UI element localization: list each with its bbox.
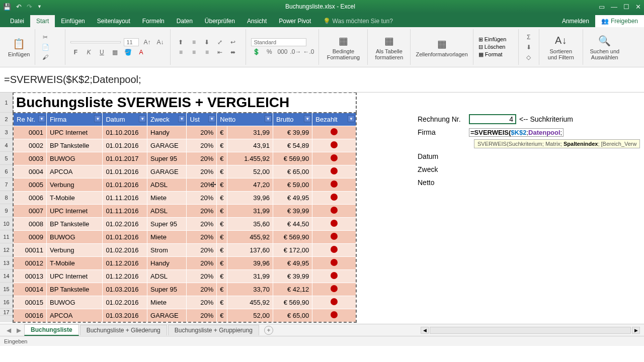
tab-formeln[interactable]: Formeln bbox=[136, 15, 171, 27]
fill-color-icon[interactable]: 🪣 bbox=[123, 48, 133, 57]
comma-icon[interactable]: 000 bbox=[277, 47, 287, 56]
column-header[interactable]: Brutto▼ bbox=[273, 113, 312, 126]
column-header[interactable]: Re Nr.▼ bbox=[14, 113, 47, 126]
align-top-icon[interactable]: ⬆ bbox=[176, 38, 186, 47]
clear-icon[interactable]: ◇ bbox=[524, 53, 534, 62]
column-header[interactable]: Ust▼ bbox=[187, 113, 217, 126]
italic-button[interactable]: K bbox=[84, 48, 94, 57]
filter-dropdown-icon[interactable]: ▼ bbox=[94, 115, 101, 122]
add-sheet-button[interactable]: + bbox=[264, 326, 273, 335]
number-format-select[interactable]: Standard bbox=[251, 38, 306, 46]
filter-dropdown-icon[interactable]: ▼ bbox=[208, 115, 215, 122]
increase-font-icon[interactable]: A↑ bbox=[142, 38, 152, 47]
filter-dropdown-icon[interactable]: ▼ bbox=[38, 115, 45, 122]
table-row[interactable]: 00013UPC Internet01.12.2016ADSL20%€31,99… bbox=[14, 270, 356, 283]
column-header[interactable]: Firma▼ bbox=[47, 113, 103, 126]
find-select-button[interactable]: 🔍Suchen und Auswählen bbox=[588, 34, 621, 60]
align-middle-icon[interactable]: ≡ bbox=[189, 38, 199, 47]
sheet-nav-next-icon[interactable]: ▶ bbox=[14, 327, 23, 334]
align-right-icon[interactable]: ≡ bbox=[202, 48, 212, 57]
insert-cells-button[interactable]: ⊞ Einfügen bbox=[478, 36, 507, 43]
sort-filter-button[interactable]: A↓Sortieren und Filtern bbox=[544, 34, 578, 60]
table-row[interactable]: 0001UPC Internet01.10.2016Handy20%€31,99… bbox=[14, 126, 356, 139]
format-as-table-button[interactable]: ▦Als Tabelle formatieren bbox=[373, 34, 405, 60]
cell-styles-button[interactable]: ▦Zellenformatvorlagen bbox=[416, 37, 467, 57]
table-row[interactable]: 00014BP Tankstelle01.03.2016Super 9520%€… bbox=[14, 283, 356, 296]
bold-button[interactable]: F bbox=[70, 48, 80, 57]
copy-icon[interactable]: 📄 bbox=[40, 43, 50, 52]
fill-icon[interactable]: ⬇ bbox=[524, 43, 534, 52]
filter-dropdown-icon[interactable]: ▼ bbox=[265, 115, 272, 122]
column-header[interactable]: Zweck▼ bbox=[147, 113, 187, 126]
table-row[interactable]: 00016APCOA01.03.2016GARAGE20%€52,00€ 65,… bbox=[14, 309, 356, 322]
table-row[interactable]: 00011Verbung01.02.2016Strom20%€137,60€ 1… bbox=[14, 244, 356, 257]
filter-dropdown-icon[interactable]: ▼ bbox=[348, 115, 355, 122]
cut-icon[interactable]: ✂ bbox=[40, 33, 50, 42]
close-icon[interactable]: ✕ bbox=[635, 3, 641, 11]
filter-dropdown-icon[interactable]: ▼ bbox=[178, 115, 185, 122]
inc-decimal-icon[interactable]: .0→ bbox=[290, 47, 300, 56]
table-row[interactable]: 0006T-Mobile01.11.2016Miete20%€39,96€ 49… bbox=[14, 192, 356, 205]
table-row[interactable]: 0003BUWOG01.01.2017Super 9520%€1.455,92€… bbox=[14, 152, 356, 165]
format-cells-button[interactable]: ▦ Format bbox=[478, 51, 503, 58]
scroll-right-icon[interactable]: ▶ bbox=[632, 327, 640, 334]
column-header[interactable]: Datum▼ bbox=[103, 113, 147, 126]
sheet-tab-1[interactable]: Buchungsliste bbox=[24, 324, 79, 336]
table-row[interactable]: 0004APCOA01.01.2016GARAGE20%€52,00€ 65,0… bbox=[14, 165, 356, 178]
save-icon[interactable]: 💾 bbox=[3, 3, 11, 11]
decrease-font-icon[interactable]: A↓ bbox=[155, 38, 165, 47]
sign-in[interactable]: Anmelden bbox=[556, 15, 595, 27]
delete-cells-button[interactable]: ⊟ Löschen bbox=[478, 44, 506, 50]
underline-button[interactable]: U bbox=[97, 48, 107, 57]
table-row[interactable]: 00012T-Mobile01.12.2016Handy20%€39,96€ 4… bbox=[14, 257, 356, 270]
horizontal-scrollbar[interactable] bbox=[430, 327, 631, 334]
conditional-formatting-button[interactable]: ▦Bedingte Formatierung bbox=[324, 34, 362, 60]
align-bottom-icon[interactable]: ⬇ bbox=[202, 38, 212, 47]
font-color-icon[interactable]: A bbox=[136, 48, 146, 57]
tab-powerpivot[interactable]: Power Pivot bbox=[273, 15, 317, 27]
sheet-nav-prev-icon[interactable]: ◀ bbox=[4, 327, 13, 334]
column-header[interactable]: Netto▼ bbox=[217, 113, 273, 126]
minimize-icon[interactable]: — bbox=[611, 3, 617, 11]
percent-icon[interactable]: % bbox=[264, 47, 274, 56]
sheet-tab-3[interactable]: Buchungsliste + Gruppierung bbox=[168, 325, 259, 335]
table-row[interactable]: 0007UPC Internet01.11.2016ADSL20%€31,99€… bbox=[14, 205, 356, 218]
maximize-icon[interactable]: ☐ bbox=[623, 3, 629, 11]
worksheet[interactable]: 12 34567891011121314151617 Buchungsliste… bbox=[0, 93, 644, 324]
ribbon-options-icon[interactable]: ▭ bbox=[599, 3, 605, 11]
autosum-icon[interactable]: Σ bbox=[524, 33, 534, 42]
font-size-select[interactable]: 11 bbox=[124, 38, 139, 46]
dec-decimal-icon[interactable]: ←.0 bbox=[303, 47, 313, 56]
paste-button[interactable]: 📋Einfügen bbox=[8, 37, 30, 57]
currency-icon[interactable]: 💲 bbox=[251, 47, 261, 56]
tab-ueberpruefen[interactable]: Überprüfen bbox=[199, 15, 241, 27]
table-row[interactable]: 0005Verbung01.01.2016ADSL20%€47,20€ 59,0… bbox=[14, 178, 356, 192]
qat-dropdown-icon[interactable]: ▼ bbox=[37, 4, 42, 9]
formula-input[interactable]: =SVERWEIS($K$2;Datenpool; bbox=[2, 72, 642, 87]
filter-dropdown-icon[interactable]: ▼ bbox=[304, 115, 311, 122]
align-center-icon[interactable]: ≡ bbox=[189, 48, 199, 57]
tell-me[interactable]: 💡 Was möchten Sie tun? bbox=[317, 15, 399, 27]
align-left-icon[interactable]: ≡ bbox=[176, 48, 186, 57]
filter-dropdown-icon[interactable]: ▼ bbox=[139, 115, 146, 122]
tab-einfuegen[interactable]: Einfügen bbox=[55, 15, 91, 27]
formula-editing-cell[interactable]: =SVERWEIS($K$2;Datenpool; bbox=[469, 128, 564, 137]
sheet-tab-2[interactable]: Buchungsliste + Gliederung bbox=[80, 325, 167, 335]
tab-start[interactable]: Start bbox=[30, 15, 55, 27]
tab-ansicht[interactable]: Ansicht bbox=[241, 15, 273, 27]
font-name-select[interactable] bbox=[70, 41, 121, 43]
redo-icon[interactable]: ↷ bbox=[27, 3, 32, 11]
orientation-icon[interactable]: ⤢ bbox=[215, 38, 225, 47]
table-row[interactable]: 0002BP Tankstelle01.01.2016GARAGE20%€43,… bbox=[14, 139, 356, 152]
table-row[interactable]: 0009BUWOG01.01.2016Miete20%€455,92€ 569,… bbox=[14, 231, 356, 244]
scroll-left-icon[interactable]: ◀ bbox=[421, 327, 429, 334]
format-painter-icon[interactable]: 🖌 bbox=[40, 53, 50, 62]
tab-datei[interactable]: Datei bbox=[4, 15, 30, 27]
merge-icon[interactable]: ⬌ bbox=[228, 48, 238, 57]
table-row[interactable]: 0008BP Tankstelle01.02.2016Super 9520%€3… bbox=[14, 218, 356, 231]
share-button[interactable]: 👥 Freigeben bbox=[595, 15, 644, 27]
tab-daten[interactable]: Daten bbox=[171, 15, 199, 27]
table-row[interactable]: 00015BUWOG01.02.2016Miete20%€455,92€ 569… bbox=[14, 296, 356, 309]
wrap-text-icon[interactable]: ↩ bbox=[228, 38, 238, 47]
lookup-value-input[interactable]: 4 bbox=[469, 114, 516, 124]
